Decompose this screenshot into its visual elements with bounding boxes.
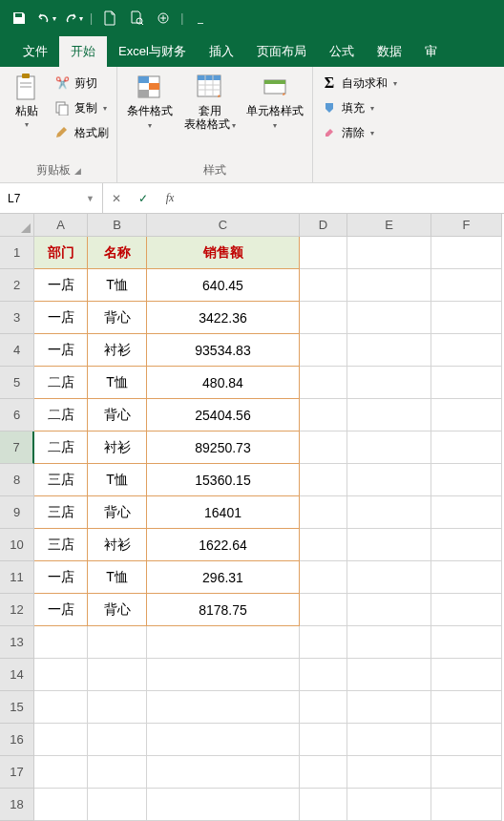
cell-B1[interactable]: 名称 [88, 237, 147, 269]
cell-E6[interactable] [347, 399, 431, 432]
row-header-16[interactable]: 16 [0, 724, 34, 756]
row-header-10[interactable]: 10 [0, 529, 34, 561]
cell-D11[interactable] [300, 561, 347, 594]
tab-1[interactable]: 开始 [59, 36, 107, 67]
cell-D5[interactable] [300, 367, 347, 399]
cell-E15[interactable] [347, 691, 431, 724]
addin-icon[interactable] [152, 7, 175, 30]
cell-F4[interactable] [431, 334, 502, 367]
cell-C15[interactable] [147, 691, 300, 724]
cell-E1[interactable] [347, 237, 431, 269]
cell-C2[interactable]: 640.45 [147, 269, 300, 302]
col-header-C[interactable]: C [147, 214, 300, 237]
cell-B18[interactable] [88, 789, 147, 821]
cut-button[interactable]: ✂️剪切 [52, 71, 111, 95]
cell-style-button[interactable]: 单元格样式▾ [243, 71, 306, 134]
autosum-button[interactable]: Σ自动求和▾ [319, 71, 399, 95]
cell-F3[interactable] [431, 302, 502, 334]
col-header-B[interactable]: B [88, 214, 147, 237]
cell-C14[interactable] [147, 659, 300, 691]
row-header-8[interactable]: 8 [0, 464, 34, 496]
cell-A18[interactable] [34, 789, 88, 821]
cell-F5[interactable] [431, 367, 502, 399]
row-header-5[interactable]: 5 [0, 367, 34, 399]
cell-C17[interactable] [147, 756, 300, 789]
new-file-icon[interactable] [98, 7, 121, 30]
cell-B12[interactable]: 背心 [88, 594, 147, 626]
undo-icon[interactable]: ▾ [34, 7, 57, 30]
cell-B4[interactable]: 衬衫 [88, 334, 147, 367]
cell-C8[interactable]: 15360.15 [147, 464, 300, 496]
cell-E14[interactable] [347, 659, 431, 691]
cell-B14[interactable] [88, 659, 147, 691]
fx-icon[interactable]: fx [157, 191, 183, 205]
cell-D6[interactable] [300, 399, 347, 432]
cell-D10[interactable] [300, 529, 347, 561]
col-header-A[interactable]: A [34, 214, 88, 237]
cell-A12[interactable]: 一店 [34, 594, 88, 626]
cell-F10[interactable] [431, 529, 502, 561]
cell-F7[interactable] [431, 432, 502, 464]
row-header-3[interactable]: 3 [0, 302, 34, 334]
tab-2[interactable]: Excel与财务 [107, 36, 198, 67]
cell-C11[interactable]: 296.31 [147, 561, 300, 594]
cell-F11[interactable] [431, 561, 502, 594]
cell-F14[interactable] [431, 659, 502, 691]
cell-B17[interactable] [88, 756, 147, 789]
cell-E2[interactable] [347, 269, 431, 302]
conditional-format-button[interactable]: 条件格式▾ [123, 71, 177, 134]
cell-A1[interactable]: 部门 [34, 237, 88, 269]
accept-formula-button[interactable]: ✓ [130, 192, 157, 205]
cell-B8[interactable]: T恤 [88, 464, 147, 496]
cell-C10[interactable]: 1622.64 [147, 529, 300, 561]
cell-F2[interactable] [431, 269, 502, 302]
cell-E9[interactable] [347, 496, 431, 529]
cell-C7[interactable]: 89250.73 [147, 432, 300, 464]
paste-button[interactable]: 粘贴 ▾ [6, 71, 48, 131]
cell-E13[interactable] [347, 626, 431, 659]
customize-qat-icon[interactable]: ⎯ [189, 7, 212, 30]
cell-F1[interactable] [431, 237, 502, 269]
cell-D1[interactable] [300, 237, 347, 269]
col-header-E[interactable]: E [347, 214, 431, 237]
cell-E8[interactable] [347, 464, 431, 496]
cell-A17[interactable] [34, 756, 88, 789]
tab-6[interactable]: 数据 [366, 36, 413, 67]
cell-A13[interactable] [34, 626, 88, 659]
cell-B7[interactable]: 衬衫 [88, 432, 147, 464]
row-header-17[interactable]: 17 [0, 756, 34, 789]
cell-E12[interactable] [347, 594, 431, 626]
cell-B9[interactable]: 背心 [88, 496, 147, 529]
table-format-button[interactable]: 套用表格格式▾ [180, 71, 240, 134]
fill-button[interactable]: 填充▾ [319, 95, 399, 120]
cell-D12[interactable] [300, 594, 347, 626]
cell-C1[interactable]: 销售额 [147, 237, 300, 269]
cell-B2[interactable]: T恤 [88, 269, 147, 302]
row-header-4[interactable]: 4 [0, 334, 34, 367]
print-preview-icon[interactable] [125, 7, 148, 30]
copy-button[interactable]: 复制▾ [52, 95, 111, 120]
tab-4[interactable]: 页面布局 [245, 36, 318, 67]
cell-A2[interactable]: 一店 [34, 269, 88, 302]
cell-F9[interactable] [431, 496, 502, 529]
cell-A6[interactable]: 二店 [34, 399, 88, 432]
cell-E10[interactable] [347, 529, 431, 561]
cell-A7[interactable]: 二店 [34, 432, 88, 464]
col-header-D[interactable]: D [300, 214, 347, 237]
cell-A5[interactable]: 二店 [34, 367, 88, 399]
cell-B6[interactable]: 背心 [88, 399, 147, 432]
formula-input[interactable] [183, 183, 504, 213]
row-header-15[interactable]: 15 [0, 691, 34, 724]
cell-C4[interactable]: 93534.83 [147, 334, 300, 367]
cell-D7[interactable] [300, 432, 347, 464]
cell-D17[interactable] [300, 756, 347, 789]
cell-F12[interactable] [431, 594, 502, 626]
cell-F17[interactable] [431, 756, 502, 789]
tab-0[interactable]: 文件 [11, 36, 59, 67]
cell-D14[interactable] [300, 659, 347, 691]
cell-D8[interactable] [300, 464, 347, 496]
cell-C18[interactable] [147, 789, 300, 821]
cell-F6[interactable] [431, 399, 502, 432]
cell-A14[interactable] [34, 659, 88, 691]
cell-C16[interactable] [147, 724, 300, 756]
